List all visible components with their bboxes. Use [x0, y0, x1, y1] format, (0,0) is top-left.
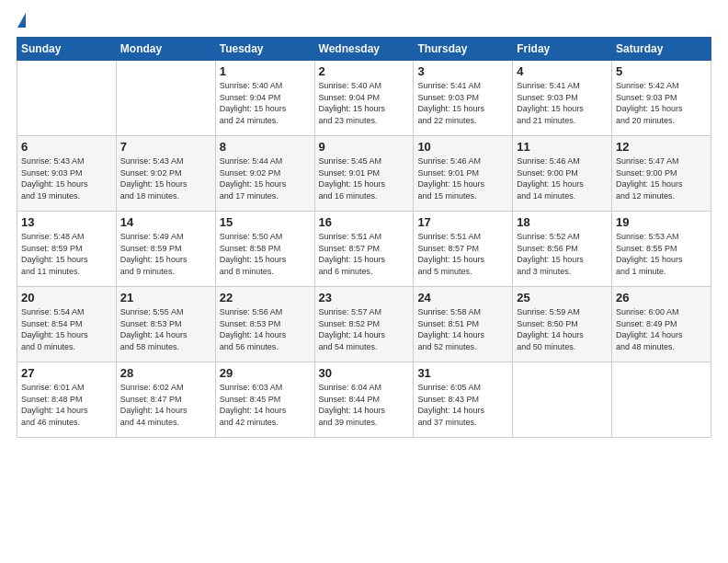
calendar-cell: 18Sunrise: 5:52 AM Sunset: 8:56 PM Dayli…: [513, 212, 612, 287]
calendar-cell: 1Sunrise: 5:40 AM Sunset: 9:04 PM Daylig…: [215, 61, 314, 136]
calendar-cell: [513, 362, 612, 438]
day-info: Sunrise: 5:44 AM Sunset: 9:02 PM Dayligh…: [220, 155, 311, 201]
day-number: 1: [220, 64, 311, 78]
day-info: Sunrise: 5:48 AM Sunset: 8:59 PM Dayligh…: [21, 231, 112, 277]
day-info: Sunrise: 5:43 AM Sunset: 9:03 PM Dayligh…: [21, 155, 112, 201]
day-number: 30: [319, 366, 410, 380]
day-info: Sunrise: 6:00 AM Sunset: 8:49 PM Dayligh…: [616, 306, 707, 352]
calendar-cell: [116, 61, 215, 136]
header-row: SundayMondayTuesdayWednesdayThursdayFrid…: [17, 38, 711, 61]
day-number: 18: [517, 215, 608, 229]
calendar-body: 1Sunrise: 5:40 AM Sunset: 9:04 PM Daylig…: [17, 61, 711, 438]
day-info: Sunrise: 5:42 AM Sunset: 9:03 PM Dayligh…: [616, 80, 707, 126]
calendar-cell: 5Sunrise: 5:42 AM Sunset: 9:03 PM Daylig…: [612, 61, 711, 136]
day-info: Sunrise: 5:41 AM Sunset: 9:03 PM Dayligh…: [517, 80, 608, 126]
calendar-cell: 24Sunrise: 5:58 AM Sunset: 8:51 PM Dayli…: [414, 287, 513, 362]
day-number: 7: [120, 140, 211, 154]
calendar-cell: [612, 362, 711, 438]
day-number: 21: [120, 291, 211, 304]
day-number: 15: [220, 215, 311, 229]
calendar-cell: 7Sunrise: 5:43 AM Sunset: 9:02 PM Daylig…: [116, 136, 215, 212]
day-info: Sunrise: 5:43 AM Sunset: 9:02 PM Dayligh…: [120, 155, 211, 201]
weekday-header: Monday: [116, 38, 215, 61]
day-number: 14: [120, 215, 211, 229]
calendar-cell: 31Sunrise: 6:05 AM Sunset: 8:43 PM Dayli…: [414, 362, 513, 438]
day-info: Sunrise: 6:05 AM Sunset: 8:43 PM Dayligh…: [417, 382, 508, 428]
weekday-header: Saturday: [612, 38, 711, 61]
calendar-cell: 2Sunrise: 5:40 AM Sunset: 9:04 PM Daylig…: [314, 61, 414, 136]
day-number: 31: [417, 366, 508, 380]
day-number: 22: [220, 291, 311, 304]
day-number: 29: [220, 366, 311, 380]
calendar-cell: 27Sunrise: 6:01 AM Sunset: 8:48 PM Dayli…: [17, 362, 117, 438]
calendar-week-row: 20Sunrise: 5:54 AM Sunset: 8:54 PM Dayli…: [17, 287, 711, 362]
day-info: Sunrise: 5:46 AM Sunset: 9:00 PM Dayligh…: [517, 155, 608, 201]
day-info: Sunrise: 5:47 AM Sunset: 9:00 PM Dayligh…: [616, 155, 707, 201]
calendar-cell: 4Sunrise: 5:41 AM Sunset: 9:03 PM Daylig…: [513, 61, 612, 136]
day-info: Sunrise: 5:45 AM Sunset: 9:01 PM Dayligh…: [319, 155, 410, 201]
day-number: 4: [517, 64, 608, 78]
day-info: Sunrise: 5:51 AM Sunset: 8:57 PM Dayligh…: [417, 231, 508, 277]
calendar-cell: 17Sunrise: 5:51 AM Sunset: 8:57 PM Dayli…: [414, 212, 513, 287]
weekday-header: Sunday: [17, 38, 117, 61]
calendar-cell: 23Sunrise: 5:57 AM Sunset: 8:52 PM Dayli…: [314, 287, 414, 362]
calendar-week-row: 13Sunrise: 5:48 AM Sunset: 8:59 PM Dayli…: [17, 212, 711, 287]
header: [17, 17, 711, 28]
day-info: Sunrise: 5:55 AM Sunset: 8:53 PM Dayligh…: [120, 306, 211, 352]
day-number: 28: [120, 366, 211, 380]
weekday-header: Wednesday: [314, 38, 414, 61]
day-number: 6: [21, 140, 112, 154]
calendar-header: SundayMondayTuesdayWednesdayThursdayFrid…: [17, 38, 711, 61]
day-number: 26: [616, 291, 707, 304]
day-info: Sunrise: 5:59 AM Sunset: 8:50 PM Dayligh…: [517, 306, 608, 352]
calendar-cell: 11Sunrise: 5:46 AM Sunset: 9:00 PM Dayli…: [513, 136, 612, 212]
calendar-cell: 16Sunrise: 5:51 AM Sunset: 8:57 PM Dayli…: [314, 212, 414, 287]
calendar-cell: 6Sunrise: 5:43 AM Sunset: 9:03 PM Daylig…: [17, 136, 117, 212]
day-number: 3: [417, 64, 508, 78]
page: SundayMondayTuesdayWednesdayThursdayFrid…: [0, 0, 728, 563]
day-number: 10: [417, 140, 508, 154]
day-info: Sunrise: 5:52 AM Sunset: 8:56 PM Dayligh…: [517, 231, 608, 277]
calendar-cell: 29Sunrise: 6:03 AM Sunset: 8:45 PM Dayli…: [215, 362, 314, 438]
day-info: Sunrise: 5:57 AM Sunset: 8:52 PM Dayligh…: [319, 306, 410, 352]
day-number: 13: [21, 215, 112, 229]
calendar-week-row: 27Sunrise: 6:01 AM Sunset: 8:48 PM Dayli…: [17, 362, 711, 438]
calendar-week-row: 1Sunrise: 5:40 AM Sunset: 9:04 PM Daylig…: [17, 61, 711, 136]
day-info: Sunrise: 6:01 AM Sunset: 8:48 PM Dayligh…: [21, 382, 112, 428]
calendar-cell: 28Sunrise: 6:02 AM Sunset: 8:47 PM Dayli…: [116, 362, 215, 438]
calendar-week-row: 6Sunrise: 5:43 AM Sunset: 9:03 PM Daylig…: [17, 136, 711, 212]
day-info: Sunrise: 5:40 AM Sunset: 9:04 PM Dayligh…: [220, 80, 311, 126]
day-info: Sunrise: 5:54 AM Sunset: 8:54 PM Dayligh…: [21, 306, 112, 352]
calendar-cell: 20Sunrise: 5:54 AM Sunset: 8:54 PM Dayli…: [17, 287, 117, 362]
day-number: 9: [319, 140, 410, 154]
calendar-cell: 9Sunrise: 5:45 AM Sunset: 9:01 PM Daylig…: [314, 136, 414, 212]
calendar-cell: 30Sunrise: 6:04 AM Sunset: 8:44 PM Dayli…: [314, 362, 414, 438]
weekday-header: Tuesday: [215, 38, 314, 61]
day-number: 25: [517, 291, 608, 304]
day-info: Sunrise: 5:58 AM Sunset: 8:51 PM Dayligh…: [417, 306, 508, 352]
day-number: 19: [616, 215, 707, 229]
logo-arrow-icon: [17, 13, 26, 28]
calendar-cell: 21Sunrise: 5:55 AM Sunset: 8:53 PM Dayli…: [116, 287, 215, 362]
day-info: Sunrise: 6:04 AM Sunset: 8:44 PM Dayligh…: [319, 382, 410, 428]
day-number: 27: [21, 366, 112, 380]
day-number: 12: [616, 140, 707, 154]
calendar-cell: 22Sunrise: 5:56 AM Sunset: 8:53 PM Dayli…: [215, 287, 314, 362]
logo: [17, 17, 26, 28]
calendar-cell: 14Sunrise: 5:49 AM Sunset: 8:59 PM Dayli…: [116, 212, 215, 287]
day-number: 16: [319, 215, 410, 229]
day-number: 20: [21, 291, 112, 304]
calendar-cell: [17, 61, 117, 136]
calendar-cell: 13Sunrise: 5:48 AM Sunset: 8:59 PM Dayli…: [17, 212, 117, 287]
calendar-cell: 12Sunrise: 5:47 AM Sunset: 9:00 PM Dayli…: [612, 136, 711, 212]
weekday-header: Friday: [513, 38, 612, 61]
calendar-cell: 19Sunrise: 5:53 AM Sunset: 8:55 PM Dayli…: [612, 212, 711, 287]
calendar-cell: 15Sunrise: 5:50 AM Sunset: 8:58 PM Dayli…: [215, 212, 314, 287]
calendar-cell: 10Sunrise: 5:46 AM Sunset: 9:01 PM Dayli…: [414, 136, 513, 212]
day-info: Sunrise: 6:02 AM Sunset: 8:47 PM Dayligh…: [120, 382, 211, 428]
calendar-cell: 26Sunrise: 6:00 AM Sunset: 8:49 PM Dayli…: [612, 287, 711, 362]
day-info: Sunrise: 5:46 AM Sunset: 9:01 PM Dayligh…: [417, 155, 508, 201]
day-info: Sunrise: 5:51 AM Sunset: 8:57 PM Dayligh…: [319, 231, 410, 277]
calendar-cell: 3Sunrise: 5:41 AM Sunset: 9:03 PM Daylig…: [414, 61, 513, 136]
day-info: Sunrise: 5:50 AM Sunset: 8:58 PM Dayligh…: [220, 231, 311, 277]
